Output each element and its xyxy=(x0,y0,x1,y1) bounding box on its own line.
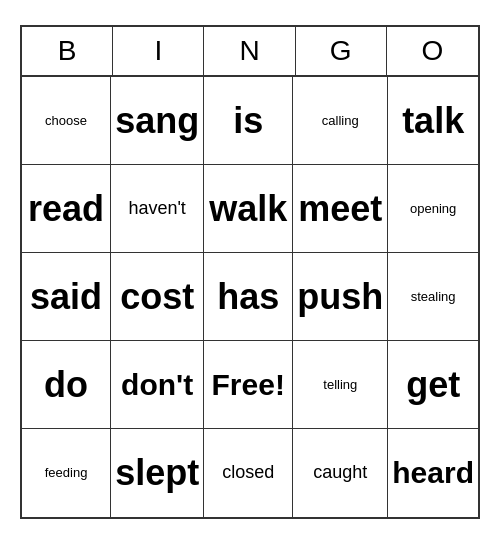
cell-text: has xyxy=(217,275,279,318)
bingo-cell: has xyxy=(204,253,293,341)
cell-text: haven't xyxy=(128,198,185,220)
bingo-grid: choosesangiscallingtalkreadhaven'twalkme… xyxy=(22,77,478,517)
cell-text: do xyxy=(44,363,88,406)
bingo-cell: push xyxy=(293,253,388,341)
bingo-cell: is xyxy=(204,77,293,165)
bingo-cell: closed xyxy=(204,429,293,517)
bingo-cell: read xyxy=(22,165,111,253)
cell-text: meet xyxy=(298,187,382,230)
bingo-cell: slept xyxy=(111,429,204,517)
cell-text: don't xyxy=(121,367,193,403)
bingo-cell: do xyxy=(22,341,111,429)
bingo-cell: choose xyxy=(22,77,111,165)
bingo-cell: feeding xyxy=(22,429,111,517)
bingo-header: BINGO xyxy=(22,27,478,77)
bingo-cell: opening xyxy=(388,165,478,253)
cell-text: sang xyxy=(115,99,199,142)
header-letter: N xyxy=(204,27,295,75)
header-letter: O xyxy=(387,27,478,75)
bingo-cell: Free! xyxy=(204,341,293,429)
cell-text: telling xyxy=(323,377,357,393)
cell-text: choose xyxy=(45,113,87,129)
cell-text: slept xyxy=(115,451,199,494)
header-letter: I xyxy=(113,27,204,75)
bingo-cell: cost xyxy=(111,253,204,341)
bingo-cell: sang xyxy=(111,77,204,165)
cell-text: heard xyxy=(392,455,474,491)
bingo-cell: heard xyxy=(388,429,478,517)
cell-text: is xyxy=(233,99,263,142)
cell-text: said xyxy=(30,275,102,318)
cell-text: push xyxy=(297,275,383,318)
bingo-cell: haven't xyxy=(111,165,204,253)
cell-text: feeding xyxy=(45,465,88,481)
cell-text: get xyxy=(406,363,460,406)
bingo-cell: calling xyxy=(293,77,388,165)
bingo-cell: talk xyxy=(388,77,478,165)
bingo-cell: caught xyxy=(293,429,388,517)
cell-text: closed xyxy=(222,462,274,484)
cell-text: read xyxy=(28,187,104,230)
bingo-cell: telling xyxy=(293,341,388,429)
bingo-cell: don't xyxy=(111,341,204,429)
bingo-cell: stealing xyxy=(388,253,478,341)
header-letter: G xyxy=(296,27,387,75)
cell-text: Free! xyxy=(212,367,285,403)
cell-text: cost xyxy=(120,275,194,318)
bingo-cell: walk xyxy=(204,165,293,253)
header-letter: B xyxy=(22,27,113,75)
cell-text: opening xyxy=(410,201,456,217)
bingo-cell: meet xyxy=(293,165,388,253)
bingo-cell: get xyxy=(388,341,478,429)
bingo-cell: said xyxy=(22,253,111,341)
cell-text: stealing xyxy=(411,289,456,305)
bingo-card: BINGO choosesangiscallingtalkreadhaven't… xyxy=(20,25,480,519)
cell-text: caught xyxy=(313,462,367,484)
cell-text: talk xyxy=(402,99,464,142)
cell-text: walk xyxy=(209,187,287,230)
cell-text: calling xyxy=(322,113,359,129)
